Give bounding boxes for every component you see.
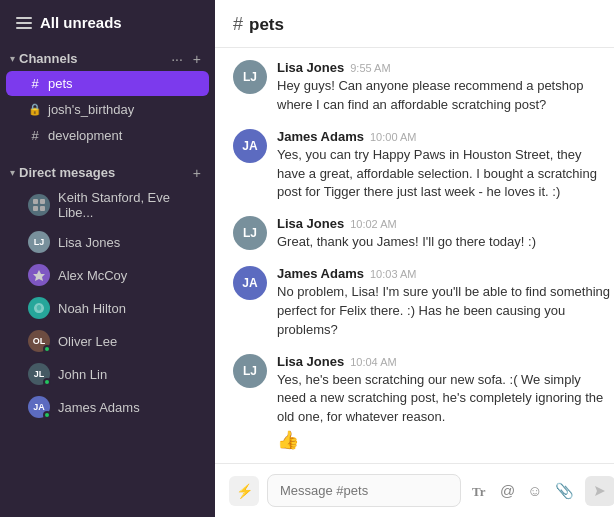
channel-title: pets	[249, 15, 284, 35]
table-row: JA James Adams 10:00 AM Yes, you can try…	[233, 129, 611, 203]
dm-avatar-john: JL	[28, 363, 50, 385]
dm-name-oliver: Oliver Lee	[58, 334, 117, 349]
message-input[interactable]	[267, 474, 461, 507]
avatar: LJ	[233, 60, 267, 94]
table-row: LJ Lisa Jones 9:55 AM Hey guys! Can anyo…	[233, 60, 611, 115]
status-dot-james	[43, 411, 51, 419]
dm-item-noah[interactable]: Noah Hilton	[6, 292, 209, 324]
msg-time: 10:00 AM	[370, 131, 416, 143]
dm-name-james: James Adams	[58, 400, 140, 415]
msg-text: Yes, you can try Happy Paws in Houston S…	[277, 146, 611, 203]
chat-header: # pets	[215, 0, 614, 48]
dm-item-oliver[interactable]: OL Oliver Lee	[6, 325, 209, 357]
dm-name-noah: Noah Hilton	[58, 301, 126, 316]
channel-item-pets[interactable]: # pets	[6, 71, 209, 96]
sidebar-all-unreads[interactable]: All unreads	[40, 14, 122, 31]
svg-text:Tr: Tr	[472, 484, 486, 498]
dm-item-john[interactable]: JL John Lin	[6, 358, 209, 390]
channels-section-label: Channels	[19, 51, 78, 66]
dm-name-lisa: Lisa Jones	[58, 235, 120, 250]
msg-author: Lisa Jones	[277, 216, 344, 231]
hash-icon-dev: #	[28, 128, 42, 143]
msg-author: Lisa Jones	[277, 354, 344, 369]
msg-author: James Adams	[277, 266, 364, 281]
channels-add-button[interactable]: +	[191, 52, 203, 66]
avatar: LJ	[233, 216, 267, 250]
svg-rect-0	[33, 199, 38, 204]
text-format-button[interactable]: Tr	[469, 482, 491, 500]
channels-section-header[interactable]: ▾ Channels ··· +	[0, 47, 215, 70]
chat-input-bar: ⚡ Tr @ ☺ 📎	[215, 463, 614, 517]
dm-section-header[interactable]: ▾ Direct mesages +	[0, 161, 215, 184]
svg-rect-2	[33, 206, 38, 211]
channel-item-development[interactable]: # development	[6, 123, 209, 148]
dm-section-label: Direct mesages	[19, 165, 115, 180]
hamburger-icon[interactable]	[16, 17, 32, 29]
channels-section: ▾ Channels ··· + # pets 🔒 josh's_birthda…	[0, 41, 215, 155]
msg-text: No problem, Lisa! I'm sure you'll be abl…	[277, 283, 611, 340]
sidebar-header: All unreads	[0, 0, 215, 41]
svg-rect-1	[40, 199, 45, 204]
status-dot-oliver	[43, 345, 51, 353]
msg-emoji: 👍	[277, 429, 611, 451]
channels-more-button[interactable]: ···	[169, 52, 185, 66]
dm-avatar-alex	[28, 264, 50, 286]
msg-text: Great, thank you James! I'll go there to…	[277, 233, 536, 252]
avatar: JA	[233, 129, 267, 163]
msg-time: 10:04 AM	[350, 356, 396, 368]
avatar: JA	[233, 266, 267, 300]
channel-name-pets: pets	[48, 76, 73, 91]
dm-item-group[interactable]: Keith Stanford, Eve Libe...	[6, 185, 209, 225]
dm-avatar-group	[28, 194, 50, 216]
dm-avatar-oliver: OL	[28, 330, 50, 352]
lock-icon: 🔒	[28, 103, 42, 116]
dm-chevron-icon: ▾	[10, 167, 15, 178]
table-row: JA James Adams 10:03 AM No problem, Lisa…	[233, 266, 611, 340]
dm-section: ▾ Direct mesages + Keith Stanford,	[0, 155, 215, 430]
channel-name-joshs-birthday: josh's_birthday	[48, 102, 134, 117]
avatar: LJ	[233, 354, 267, 388]
table-row: LJ Lisa Jones 10:04 AM Yes, he's been sc…	[233, 354, 611, 452]
send-button[interactable]	[585, 476, 614, 506]
dm-item-alex[interactable]: Alex McCoy	[6, 259, 209, 291]
hash-icon: #	[28, 76, 42, 91]
table-row: LJ Lisa Jones 10:02 AM Great, thank you …	[233, 216, 611, 252]
mention-button[interactable]: @	[497, 480, 518, 501]
sidebar: All unreads ▾ Channels ··· + # pets 🔒 jo…	[0, 0, 215, 517]
channel-item-joshs-birthday[interactable]: 🔒 josh's_birthday	[6, 97, 209, 122]
channels-chevron-icon: ▾	[10, 53, 15, 64]
dm-item-james[interactable]: JA James Adams	[6, 391, 209, 423]
dm-avatar-noah	[28, 297, 50, 319]
msg-time: 10:02 AM	[350, 218, 396, 230]
channel-name-development: development	[48, 128, 122, 143]
dm-avatar-lisa: LJ	[28, 231, 50, 253]
channel-hash-icon: #	[233, 14, 243, 35]
messages-list: LJ Lisa Jones 9:55 AM Hey guys! Can anyo…	[215, 48, 614, 463]
dm-add-button[interactable]: +	[191, 166, 203, 180]
lightning-icon[interactable]: ⚡	[229, 476, 259, 506]
status-dot-john	[43, 378, 51, 386]
msg-author: James Adams	[277, 129, 364, 144]
msg-text: Hey guys! Can anyone please recommend a …	[277, 77, 611, 115]
dm-avatar-james: JA	[28, 396, 50, 418]
emoji-button[interactable]: ☺	[524, 480, 545, 501]
chat-area: # pets LJ Lisa Jones 9:55 AM Hey guys! C…	[215, 0, 614, 517]
msg-time: 9:55 AM	[350, 62, 390, 74]
dm-name-john: John Lin	[58, 367, 107, 382]
msg-time: 10:03 AM	[370, 268, 416, 280]
dm-name-group: Keith Stanford, Eve Libe...	[58, 190, 197, 220]
svg-rect-3	[40, 206, 45, 211]
dm-name-alex: Alex McCoy	[58, 268, 127, 283]
msg-text: Yes, he's been scratching our new sofa. …	[277, 371, 611, 428]
attach-button[interactable]: 📎	[552, 480, 577, 502]
msg-author: Lisa Jones	[277, 60, 344, 75]
dm-item-lisa[interactable]: LJ Lisa Jones	[6, 226, 209, 258]
